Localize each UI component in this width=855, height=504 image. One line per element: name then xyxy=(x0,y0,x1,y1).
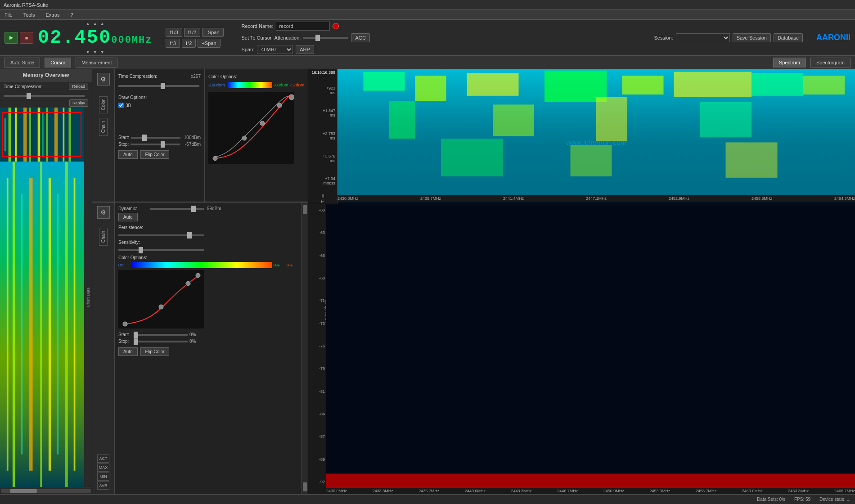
start-label-bottom: Start: xyxy=(118,332,132,337)
chain-label-bottom[interactable]: Chain xyxy=(99,228,108,246)
dynamic-slider[interactable] xyxy=(150,208,204,210)
flip-color-button-top[interactable]: Flip Color xyxy=(140,150,170,159)
color-curve-preview-top[interactable] xyxy=(208,92,294,164)
svg-rect-1 xyxy=(9,108,11,162)
color-gradient-bar-top xyxy=(227,82,272,88)
spectrogram-canvas[interactable]: www.lchenron.com xyxy=(338,69,855,195)
settings-icon-bottom[interactable]: ⚙ xyxy=(97,206,110,219)
color-label-top[interactable]: Color xyxy=(99,96,108,113)
sensitivity-slider[interactable] xyxy=(118,249,204,251)
aaronia-logo: AARONII xyxy=(816,33,850,42)
svg-rect-14 xyxy=(7,178,9,471)
set-to-cursor-label: Set To Cursor xyxy=(242,35,272,40)
draw-3d-checkbox[interactable] xyxy=(118,103,124,108)
middle-bottom-panel: ⚙ Chain ACT MAX MIN AVR Dynamic: 99dBm xyxy=(92,202,308,494)
settings-icon-top[interactable]: ⚙ xyxy=(97,73,110,86)
svg-rect-17 xyxy=(29,178,32,471)
sp-freq-6: 2450.0MHz xyxy=(603,489,624,493)
auto-button-bottom[interactable]: Auto xyxy=(118,213,138,221)
sp-freq-8: 2456.7MHz xyxy=(696,489,716,493)
vert-scroll-down[interactable] xyxy=(303,482,307,491)
auto-button-bottom2[interactable]: Auto xyxy=(118,347,138,356)
menu-tools[interactable]: Tools xyxy=(21,11,38,18)
vert-scroll-up[interactable] xyxy=(303,205,307,214)
svg-rect-10 xyxy=(4,118,6,151)
draw-3d-checkbox-label[interactable]: 3D xyxy=(118,103,201,108)
time-compression-slider[interactable] xyxy=(4,95,85,97)
freq-up-3[interactable]: ▲ xyxy=(100,21,104,26)
fp3-button[interactable]: f*3 xyxy=(166,39,180,48)
stop-button[interactable]: ■ xyxy=(20,32,33,44)
attenuation-slider[interactable] xyxy=(303,37,348,39)
left-panel: Memory Overview Time Compression: Reload… xyxy=(0,69,92,494)
freq-down-1[interactable]: ▼ xyxy=(86,50,90,54)
freq-label-s4: 2452.9MHz xyxy=(669,196,689,201)
database-button[interactable]: Database xyxy=(774,33,803,42)
spectrum-tab[interactable]: Spectrum xyxy=(773,58,806,68)
avr-label[interactable]: AVR xyxy=(97,482,110,490)
auto-scale-button[interactable]: Auto Scale xyxy=(4,58,40,68)
menu-bar: File Tools Extras ? xyxy=(0,10,855,20)
sensitivity-label: Sensitivity: xyxy=(118,240,148,245)
agc-button[interactable]: AGC xyxy=(351,33,370,42)
fp2-button[interactable]: f*2 xyxy=(182,39,196,48)
freq-up-1[interactable]: ▲ xyxy=(86,21,90,26)
ahp-button[interactable]: AHP xyxy=(296,45,314,54)
min-label[interactable]: MIN xyxy=(97,472,110,481)
menu-file[interactable]: File xyxy=(2,11,15,18)
svg-rect-4 xyxy=(29,108,31,162)
sp-freq-9: 2460.0MHz xyxy=(742,489,763,493)
span-select[interactable]: 40MHz1MHz5MHz10MHz20MHz80MHz xyxy=(257,45,293,54)
svg-point-32 xyxy=(186,281,190,286)
chain-label-top[interactable]: Chain xyxy=(99,118,108,136)
svg-rect-46 xyxy=(596,97,627,141)
svg-rect-50 xyxy=(726,142,778,177)
svg-rect-9 xyxy=(69,108,72,162)
start-slider-top[interactable] xyxy=(131,137,180,139)
svg-rect-42 xyxy=(752,73,803,95)
record-name-input[interactable] xyxy=(276,22,330,31)
max-label[interactable]: MAX xyxy=(97,464,110,472)
save-session-button[interactable]: Save Session xyxy=(733,33,771,42)
svg-rect-38 xyxy=(467,73,519,95)
reload-button[interactable]: Reload xyxy=(69,83,88,90)
span-minus-button[interactable]: -Span xyxy=(202,28,223,37)
session-select[interactable] xyxy=(676,33,730,42)
color-curve-preview-bottom[interactable] xyxy=(118,270,204,328)
span-plus-button[interactable]: +Span xyxy=(198,39,220,48)
cursor-button[interactable]: Cursor xyxy=(45,58,71,68)
measurement-button[interactable]: Measurement xyxy=(76,58,117,68)
freq-label-s3: 2447.1MHz xyxy=(586,196,607,201)
svg-rect-7 xyxy=(54,108,58,162)
freq-down-2[interactable]: ▼ xyxy=(93,50,97,54)
span-label: Span: xyxy=(242,47,255,52)
middle-panel: ⚙ Color Chain Time Compression: x267 Dra… xyxy=(92,69,308,494)
replay-button[interactable]: Replay xyxy=(69,99,88,107)
freq-up-2[interactable]: ▲ xyxy=(93,21,97,26)
menu-help[interactable]: ? xyxy=(68,11,76,18)
stop-slider-bottom[interactable] xyxy=(134,341,188,342)
persistence-slider[interactable] xyxy=(118,234,204,236)
spectrogram-tab[interactable]: Spectrogram xyxy=(810,58,850,68)
scrollbar-thumb[interactable] xyxy=(10,489,37,493)
f1-3-button[interactable]: f1/3 xyxy=(166,28,182,37)
svg-point-26 xyxy=(260,121,265,126)
auto-button-top[interactable]: Auto xyxy=(118,150,138,159)
freq-label-s6: 2464.3MHz xyxy=(834,196,855,201)
stop-slider-top[interactable] xyxy=(130,144,180,145)
act-label[interactable]: ACT xyxy=(97,454,110,463)
time-compression-mid-slider[interactable] xyxy=(118,85,199,87)
play-button[interactable]: ▶ xyxy=(4,32,18,44)
svg-rect-15 xyxy=(13,162,15,487)
spectrum-chart[interactable] xyxy=(326,204,855,488)
sp-freq-7: 2453.3MHz xyxy=(649,489,670,493)
freq-down-3[interactable]: ▼ xyxy=(100,50,104,54)
menu-extras[interactable]: Extras xyxy=(43,11,62,18)
flip-color-button-bottom[interactable]: Flip Color xyxy=(140,347,170,356)
svg-rect-43 xyxy=(803,76,845,94)
f1-2-button[interactable]: f1/2 xyxy=(184,28,200,37)
freq-label-s1: 2435.7MHz xyxy=(420,196,441,201)
start-slider-bottom[interactable] xyxy=(134,334,188,336)
time-axis-label: Time xyxy=(320,194,325,203)
svg-rect-41 xyxy=(674,72,752,97)
